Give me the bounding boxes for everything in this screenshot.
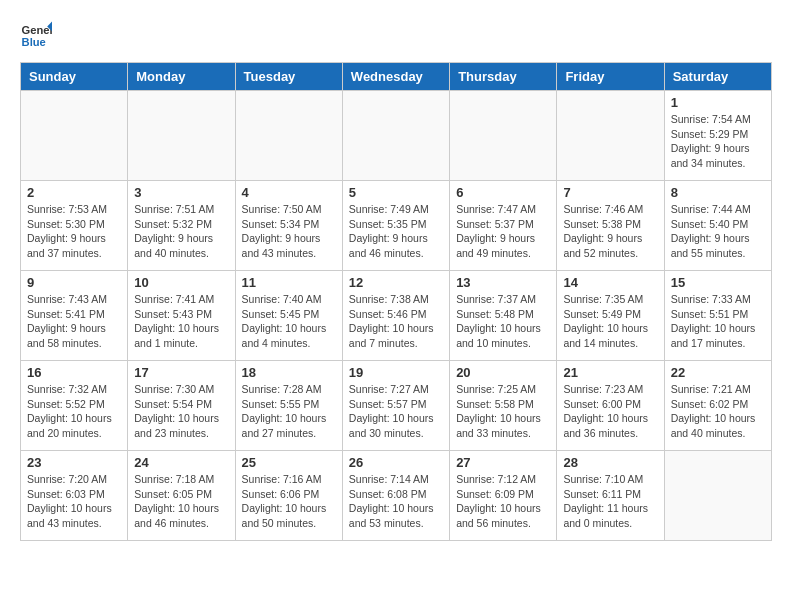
calendar-cell: 26Sunrise: 7:14 AM Sunset: 6:08 PM Dayli… <box>342 451 449 541</box>
calendar-cell: 21Sunrise: 7:23 AM Sunset: 6:00 PM Dayli… <box>557 361 664 451</box>
day-info: Sunrise: 7:51 AM Sunset: 5:32 PM Dayligh… <box>134 202 228 261</box>
day-number: 1 <box>671 95 765 110</box>
day-info: Sunrise: 7:25 AM Sunset: 5:58 PM Dayligh… <box>456 382 550 441</box>
day-info: Sunrise: 7:47 AM Sunset: 5:37 PM Dayligh… <box>456 202 550 261</box>
calendar-cell <box>557 91 664 181</box>
day-info: Sunrise: 7:16 AM Sunset: 6:06 PM Dayligh… <box>242 472 336 531</box>
week-row-1: 1Sunrise: 7:54 AM Sunset: 5:29 PM Daylig… <box>21 91 772 181</box>
day-number: 19 <box>349 365 443 380</box>
calendar-cell: 12Sunrise: 7:38 AM Sunset: 5:46 PM Dayli… <box>342 271 449 361</box>
day-info: Sunrise: 7:30 AM Sunset: 5:54 PM Dayligh… <box>134 382 228 441</box>
day-number: 28 <box>563 455 657 470</box>
day-number: 6 <box>456 185 550 200</box>
weekday-header-monday: Monday <box>128 63 235 91</box>
calendar-cell: 19Sunrise: 7:27 AM Sunset: 5:57 PM Dayli… <box>342 361 449 451</box>
calendar-cell: 24Sunrise: 7:18 AM Sunset: 6:05 PM Dayli… <box>128 451 235 541</box>
day-info: Sunrise: 7:40 AM Sunset: 5:45 PM Dayligh… <box>242 292 336 351</box>
day-info: Sunrise: 7:38 AM Sunset: 5:46 PM Dayligh… <box>349 292 443 351</box>
calendar-cell <box>235 91 342 181</box>
calendar-cell: 6Sunrise: 7:47 AM Sunset: 5:37 PM Daylig… <box>450 181 557 271</box>
day-info: Sunrise: 7:41 AM Sunset: 5:43 PM Dayligh… <box>134 292 228 351</box>
day-number: 9 <box>27 275 121 290</box>
calendar-cell <box>342 91 449 181</box>
calendar-cell: 8Sunrise: 7:44 AM Sunset: 5:40 PM Daylig… <box>664 181 771 271</box>
calendar-cell: 28Sunrise: 7:10 AM Sunset: 6:11 PM Dayli… <box>557 451 664 541</box>
day-info: Sunrise: 7:20 AM Sunset: 6:03 PM Dayligh… <box>27 472 121 531</box>
calendar-cell: 14Sunrise: 7:35 AM Sunset: 5:49 PM Dayli… <box>557 271 664 361</box>
weekday-header-tuesday: Tuesday <box>235 63 342 91</box>
day-number: 12 <box>349 275 443 290</box>
day-info: Sunrise: 7:32 AM Sunset: 5:52 PM Dayligh… <box>27 382 121 441</box>
day-number: 22 <box>671 365 765 380</box>
day-info: Sunrise: 7:43 AM Sunset: 5:41 PM Dayligh… <box>27 292 121 351</box>
day-info: Sunrise: 7:49 AM Sunset: 5:35 PM Dayligh… <box>349 202 443 261</box>
calendar-cell: 27Sunrise: 7:12 AM Sunset: 6:09 PM Dayli… <box>450 451 557 541</box>
day-number: 27 <box>456 455 550 470</box>
day-number: 26 <box>349 455 443 470</box>
day-number: 8 <box>671 185 765 200</box>
calendar-cell: 2Sunrise: 7:53 AM Sunset: 5:30 PM Daylig… <box>21 181 128 271</box>
calendar-cell <box>664 451 771 541</box>
week-row-2: 2Sunrise: 7:53 AM Sunset: 5:30 PM Daylig… <box>21 181 772 271</box>
calendar-table: SundayMondayTuesdayWednesdayThursdayFrid… <box>20 62 772 541</box>
calendar-cell: 23Sunrise: 7:20 AM Sunset: 6:03 PM Dayli… <box>21 451 128 541</box>
day-info: Sunrise: 7:14 AM Sunset: 6:08 PM Dayligh… <box>349 472 443 531</box>
logo-icon: General Blue <box>20 20 52 52</box>
day-number: 15 <box>671 275 765 290</box>
page-header: General Blue <box>20 20 772 52</box>
day-number: 25 <box>242 455 336 470</box>
day-number: 14 <box>563 275 657 290</box>
day-info: Sunrise: 7:37 AM Sunset: 5:48 PM Dayligh… <box>456 292 550 351</box>
calendar-cell: 16Sunrise: 7:32 AM Sunset: 5:52 PM Dayli… <box>21 361 128 451</box>
day-number: 11 <box>242 275 336 290</box>
svg-text:Blue: Blue <box>22 36 46 48</box>
weekday-header-wednesday: Wednesday <box>342 63 449 91</box>
day-number: 24 <box>134 455 228 470</box>
calendar-cell: 11Sunrise: 7:40 AM Sunset: 5:45 PM Dayli… <box>235 271 342 361</box>
day-number: 3 <box>134 185 228 200</box>
day-number: 7 <box>563 185 657 200</box>
day-info: Sunrise: 7:44 AM Sunset: 5:40 PM Dayligh… <box>671 202 765 261</box>
day-info: Sunrise: 7:50 AM Sunset: 5:34 PM Dayligh… <box>242 202 336 261</box>
day-info: Sunrise: 7:10 AM Sunset: 6:11 PM Dayligh… <box>563 472 657 531</box>
day-info: Sunrise: 7:28 AM Sunset: 5:55 PM Dayligh… <box>242 382 336 441</box>
day-number: 5 <box>349 185 443 200</box>
calendar-cell: 17Sunrise: 7:30 AM Sunset: 5:54 PM Dayli… <box>128 361 235 451</box>
logo: General Blue <box>20 20 52 52</box>
calendar-cell: 22Sunrise: 7:21 AM Sunset: 6:02 PM Dayli… <box>664 361 771 451</box>
weekday-header-row: SundayMondayTuesdayWednesdayThursdayFrid… <box>21 63 772 91</box>
day-number: 20 <box>456 365 550 380</box>
day-number: 13 <box>456 275 550 290</box>
day-info: Sunrise: 7:21 AM Sunset: 6:02 PM Dayligh… <box>671 382 765 441</box>
day-info: Sunrise: 7:54 AM Sunset: 5:29 PM Dayligh… <box>671 112 765 171</box>
day-info: Sunrise: 7:35 AM Sunset: 5:49 PM Dayligh… <box>563 292 657 351</box>
day-number: 23 <box>27 455 121 470</box>
day-number: 4 <box>242 185 336 200</box>
calendar-cell: 7Sunrise: 7:46 AM Sunset: 5:38 PM Daylig… <box>557 181 664 271</box>
week-row-3: 9Sunrise: 7:43 AM Sunset: 5:41 PM Daylig… <box>21 271 772 361</box>
calendar-cell: 25Sunrise: 7:16 AM Sunset: 6:06 PM Dayli… <box>235 451 342 541</box>
calendar-cell: 13Sunrise: 7:37 AM Sunset: 5:48 PM Dayli… <box>450 271 557 361</box>
day-info: Sunrise: 7:18 AM Sunset: 6:05 PM Dayligh… <box>134 472 228 531</box>
day-info: Sunrise: 7:12 AM Sunset: 6:09 PM Dayligh… <box>456 472 550 531</box>
day-number: 18 <box>242 365 336 380</box>
weekday-header-friday: Friday <box>557 63 664 91</box>
calendar-cell: 1Sunrise: 7:54 AM Sunset: 5:29 PM Daylig… <box>664 91 771 181</box>
day-number: 21 <box>563 365 657 380</box>
day-number: 10 <box>134 275 228 290</box>
day-info: Sunrise: 7:33 AM Sunset: 5:51 PM Dayligh… <box>671 292 765 351</box>
day-info: Sunrise: 7:46 AM Sunset: 5:38 PM Dayligh… <box>563 202 657 261</box>
calendar-cell: 18Sunrise: 7:28 AM Sunset: 5:55 PM Dayli… <box>235 361 342 451</box>
weekday-header-thursday: Thursday <box>450 63 557 91</box>
calendar-cell <box>21 91 128 181</box>
day-number: 2 <box>27 185 121 200</box>
day-info: Sunrise: 7:23 AM Sunset: 6:00 PM Dayligh… <box>563 382 657 441</box>
week-row-4: 16Sunrise: 7:32 AM Sunset: 5:52 PM Dayli… <box>21 361 772 451</box>
calendar-cell: 4Sunrise: 7:50 AM Sunset: 5:34 PM Daylig… <box>235 181 342 271</box>
day-number: 17 <box>134 365 228 380</box>
calendar-cell: 10Sunrise: 7:41 AM Sunset: 5:43 PM Dayli… <box>128 271 235 361</box>
week-row-5: 23Sunrise: 7:20 AM Sunset: 6:03 PM Dayli… <box>21 451 772 541</box>
calendar-cell: 9Sunrise: 7:43 AM Sunset: 5:41 PM Daylig… <box>21 271 128 361</box>
calendar-cell: 5Sunrise: 7:49 AM Sunset: 5:35 PM Daylig… <box>342 181 449 271</box>
calendar-cell: 20Sunrise: 7:25 AM Sunset: 5:58 PM Dayli… <box>450 361 557 451</box>
